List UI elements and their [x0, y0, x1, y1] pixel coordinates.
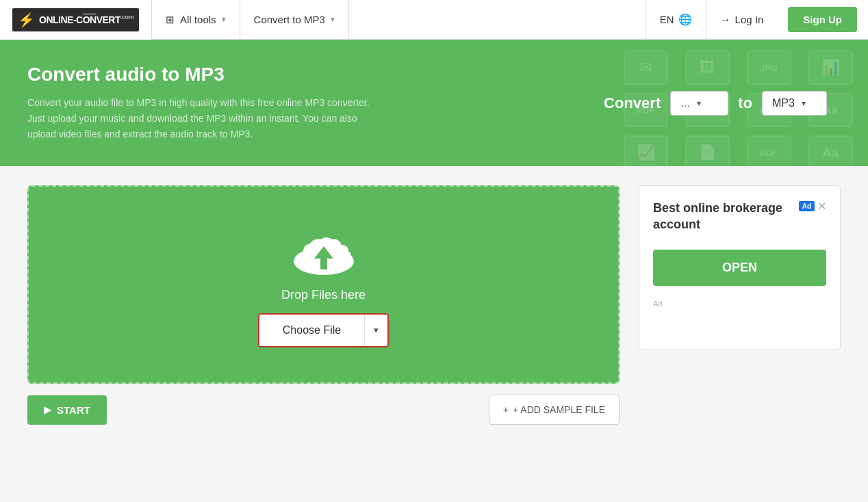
all-tools-chevron: ▾	[222, 15, 226, 24]
convert-to-mp3-label: Convert to MP3	[254, 14, 325, 25]
action-buttons: ▶ START + + ADD SAMPLE FILE	[27, 395, 620, 425]
hero-right: Convert ... ▾ to MP3 ▾	[604, 91, 827, 116]
to-dropdown-chevron: ▾	[802, 98, 806, 108]
upload-box[interactable]: Drop Files here Choose File ▾	[27, 185, 620, 384]
bg-icon-graph: 📈	[624, 135, 668, 166]
ad-sidebar: Best online brokerage account Ad ✕ OPEN …	[639, 185, 841, 425]
ad-badge: Ad	[799, 201, 815, 211]
to-format-dropdown[interactable]: MP3 ▾	[762, 91, 827, 116]
convert-chevron: ▾	[331, 15, 335, 24]
bg-icon-jpg: JPG	[747, 51, 791, 85]
all-tools-label: All tools	[180, 14, 216, 25]
bg-icon-doc: 📄	[685, 135, 730, 166]
add-sample-icon: +	[503, 404, 509, 415]
lang-label: EN	[660, 14, 674, 25]
ad-controls: Ad ✕	[799, 200, 826, 213]
logo-icon: ⚡	[18, 12, 35, 28]
logo-area[interactable]: ⚡ ONLINE-CONVERT.com	[0, 0, 152, 40]
start-chevron-icon: ▶	[44, 404, 51, 415]
login-button[interactable]: → Log In	[706, 0, 778, 40]
ad-close-icon[interactable]: ✕	[817, 200, 826, 213]
bg-icon-photo: 🖼	[685, 51, 730, 85]
language-selector[interactable]: EN 🌐	[646, 0, 706, 40]
grid-icon: ⊞	[166, 14, 175, 26]
ad-header: Best online brokerage account Ad ✕	[653, 200, 826, 233]
convert-label: Convert	[604, 94, 661, 112]
cloud-upload-svg	[290, 226, 358, 277]
from-format-value: ...	[680, 97, 689, 109]
ad-box: Best online brokerage account Ad ✕ OPEN …	[639, 185, 841, 349]
bg-icon-pdf3: PDF	[747, 135, 791, 166]
start-button[interactable]: ▶ START	[27, 395, 107, 425]
signup-button[interactable]: Sign Up	[788, 7, 857, 32]
add-sample-label: + ADD SAMPLE FILE	[513, 404, 605, 415]
ad-open-button[interactable]: OPEN	[653, 250, 826, 286]
choose-file-wrapper[interactable]: Choose File ▾	[258, 313, 389, 347]
all-tools-nav[interactable]: ⊞ All tools ▾	[152, 0, 240, 40]
add-sample-file-button[interactable]: + + ADD SAMPLE FILE	[489, 395, 620, 425]
logo-text: ONLINE-CONVERT.com	[39, 14, 133, 25]
from-dropdown-chevron: ▾	[697, 98, 701, 108]
login-arrow-icon: →	[720, 14, 731, 26]
hero-description: Convert your audio file to MP3 in high q…	[27, 95, 383, 142]
start-label: START	[57, 404, 90, 416]
hero-left: Convert audio to MP3 Convert your audio …	[27, 64, 383, 142]
drop-text: Drop Files here	[281, 288, 366, 302]
bg-icon-chart: 📊	[808, 51, 853, 85]
cloud-upload-icon	[290, 226, 358, 277]
bg-icon-email: ✉	[624, 51, 668, 85]
ad-title: Best online brokerage account	[653, 200, 790, 233]
choose-file-dropdown-arrow[interactable]: ▾	[364, 315, 387, 346]
login-label: Log In	[735, 14, 764, 25]
to-format-value: MP3	[772, 97, 795, 109]
bg-icon-text: Aa	[808, 135, 853, 166]
navbar: ⚡ ONLINE-CONVERT.com ⊞ All tools ▾ Conve…	[0, 0, 868, 40]
main-content: Drop Files here Choose File ▾ ▶ START + …	[0, 166, 868, 444]
hero-section: Convert audio to MP3 Convert your audio …	[0, 40, 868, 166]
upload-section: Drop Files here Choose File ▾ ▶ START + …	[27, 185, 620, 425]
ad-label: Ad	[653, 300, 662, 308]
hero-title: Convert audio to MP3	[27, 64, 383, 85]
to-label: to	[738, 94, 752, 112]
globe-icon: 🌐	[678, 13, 692, 26]
convert-to-mp3-nav[interactable]: Convert to MP3 ▾	[240, 0, 349, 40]
from-format-dropdown[interactable]: ... ▾	[670, 91, 728, 116]
choose-file-button[interactable]: Choose File	[259, 315, 364, 346]
